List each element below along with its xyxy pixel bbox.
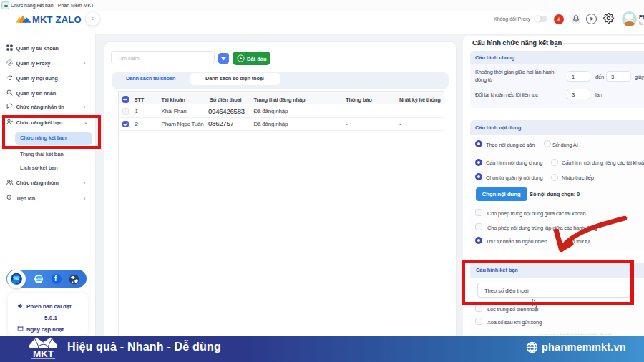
svg-text:MKT: MKT [33,348,54,359]
